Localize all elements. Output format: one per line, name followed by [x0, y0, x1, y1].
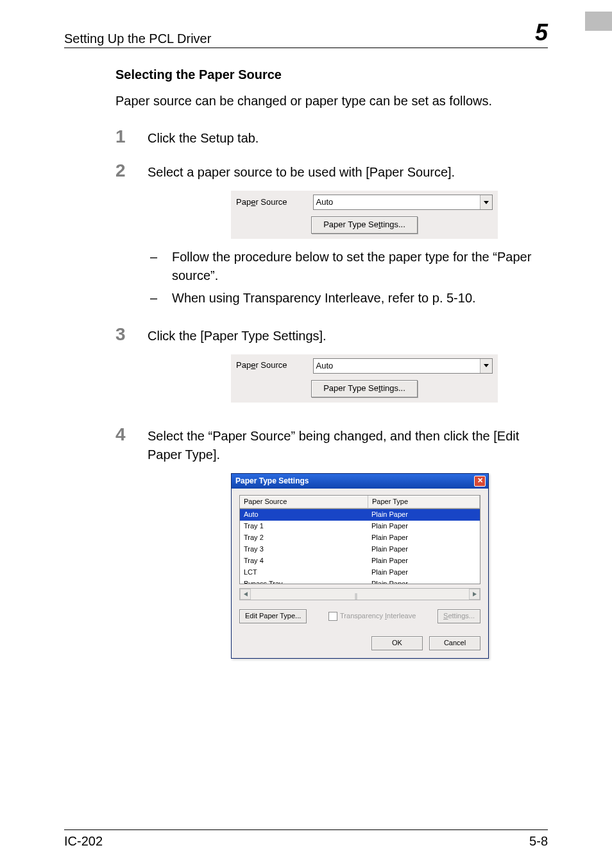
dialog-title: Paper Type Settings — [235, 476, 309, 487]
list-item[interactable]: LCTPlain Paper — [240, 567, 480, 578]
paper-source-label: Paper Source — [236, 196, 287, 209]
list-item[interactable]: Tray 2Plain Paper — [240, 532, 480, 544]
close-icon[interactable]: ✕ — [474, 476, 486, 487]
transparency-interleave-checkbox[interactable]: Transparency Interleave — [328, 611, 416, 621]
column-paper-type[interactable]: Paper Type — [368, 496, 480, 508]
list-item[interactable]: AutoPlain Paper — [240, 509, 480, 521]
svg-marker-3 — [473, 592, 477, 596]
step-text: Select a paper source to be used with [P… — [148, 163, 548, 182]
dialog-titlebar[interactable]: Paper Type Settings ✕ — [232, 474, 488, 489]
paper-source-dropdown[interactable]: Auto — [313, 358, 493, 374]
list-item[interactable]: Bypass TrayPlain Paper — [240, 578, 480, 584]
list-item[interactable]: Tray 1Plain Paper — [240, 521, 480, 532]
cancel-button[interactable]: Cancel — [429, 636, 480, 650]
svg-marker-0 — [484, 201, 489, 204]
step-text: Click the [Paper Type Settings]. — [148, 327, 498, 345]
footer-page-number: 5-8 — [529, 834, 548, 849]
paper-source-value: Auto — [314, 359, 480, 373]
header-section-title: Setting Up the PCL Driver — [64, 31, 211, 46]
paper-source-label: Paper Source — [236, 360, 287, 372]
svg-marker-1 — [484, 364, 489, 367]
paper-source-value: Auto — [314, 195, 480, 209]
list-item[interactable]: Tray 3Plain Paper — [240, 544, 480, 555]
step-bullets: –Follow the procedure below to set the p… — [148, 248, 548, 308]
checkbox-icon[interactable] — [328, 612, 337, 621]
step-number: 4 — [115, 426, 148, 444]
intro-text: Paper source can be changed or paper typ… — [115, 94, 548, 108]
scroll-right-icon[interactable] — [469, 589, 480, 600]
step-number: 3 — [115, 326, 148, 343]
transparency-interleave-label: Transparency Interleave — [340, 611, 416, 621]
paper-source-panel: Paper Source Auto Paper Type Settings... — [231, 354, 498, 403]
interleave-settings-button[interactable]: Settings... — [438, 609, 480, 623]
chapter-tab — [585, 12, 612, 31]
chapter-number: 5 — [535, 19, 548, 46]
paper-type-settings-button[interactable]: Paper Type Settings... — [311, 216, 418, 234]
footer-model: IC-202 — [64, 834, 103, 849]
paper-source-panel: Paper Source Auto Paper Type Settings... — [231, 191, 498, 239]
paper-type-settings-dialog: Paper Type Settings ✕ Paper Source Paper… — [231, 473, 489, 659]
paper-source-dropdown[interactable]: Auto — [313, 195, 493, 210]
step-1: 1 Click the Setup tab. — [115, 128, 548, 148]
scroll-left-icon[interactable] — [240, 589, 251, 600]
step-2: 2 Select a paper source to be used with … — [115, 162, 548, 311]
chevron-down-icon[interactable] — [480, 359, 492, 373]
list-item[interactable]: Tray 4Plain Paper — [240, 555, 480, 567]
ok-button[interactable]: OK — [371, 636, 423, 650]
step-3: 3 Click the [Paper Type Settings]. Paper… — [115, 326, 548, 412]
step-text: Click the Setup tab. — [148, 128, 259, 148]
step-text: Select the “Paper Source” being changed,… — [148, 427, 548, 464]
step-number: 1 — [115, 128, 148, 146]
edit-paper-type-button[interactable]: Edit Paper Type... — [239, 609, 307, 623]
section-heading: Selecting the Paper Source — [115, 67, 548, 82]
svg-marker-2 — [244, 592, 248, 596]
step-4: 4 Select the “Paper Source” being change… — [115, 426, 548, 668]
bullet-text: When using Transparency Interleave, refe… — [172, 289, 476, 308]
page-footer: IC-202 5-8 — [64, 829, 548, 849]
page-header: Setting Up the PCL Driver 5 — [64, 19, 548, 48]
list-header: Paper Source Paper Type — [239, 495, 480, 509]
scroll-thumb[interactable]: ||||| — [349, 591, 362, 597]
chevron-down-icon[interactable] — [480, 195, 492, 209]
horizontal-scrollbar[interactable]: ||||| — [239, 588, 480, 600]
column-paper-source[interactable]: Paper Source — [240, 496, 368, 508]
paper-type-list[interactable]: AutoPlain Paper Tray 1Plain Paper Tray 2… — [239, 509, 480, 584]
paper-type-settings-button[interactable]: Paper Type Settings... — [311, 380, 418, 397]
step-number: 2 — [115, 162, 148, 180]
bullet-text: Follow the procedure below to set the pa… — [172, 248, 548, 285]
